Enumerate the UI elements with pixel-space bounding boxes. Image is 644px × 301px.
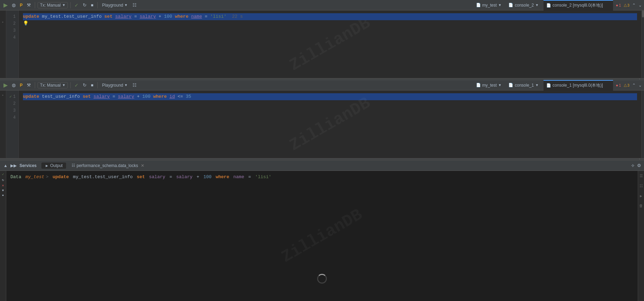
right-side-icons: ☰ ☷ ► 🗑	[638, 171, 644, 301]
code-editor-2[interactable]: ZillianDB update test_user_info set sala…	[19, 90, 641, 158]
toolbar-separator-5	[70, 82, 71, 88]
output-icon: ►	[45, 164, 49, 168]
bottom-content: ✓ ↻ ✕ ▼ ● ZillianDB Data my_test > updat…	[0, 171, 644, 301]
console-title-tab-2[interactable]: 📄 console_1 [mysql8.0(本地)]	[544, 80, 613, 90]
warn-count-2: △3	[624, 83, 629, 87]
console-selector-2[interactable]: 📄 console_1 ▼	[506, 82, 541, 88]
stop-button-1[interactable]: ■	[89, 2, 95, 8]
editor-area-2[interactable]: ▸ ✓ 1 2 3 4 ZillianDB update test_user_i…	[0, 90, 644, 158]
stop-button-2[interactable]: ■	[89, 82, 95, 88]
toolbar-separator-3	[97, 2, 98, 8]
left-gutter-icon-2: ▸	[2, 93, 4, 97]
side-icon-2[interactable]: ☷	[639, 183, 644, 189]
toolbar-2: ▶ ◍ P ⚒ Tx: Manual ▼ ✓ ↻ ■ Playground ▼ …	[0, 80, 644, 90]
rollback-button-1[interactable]: ↻	[81, 2, 88, 8]
settings-btn-bottom[interactable]: ⚙	[637, 163, 641, 168]
output-tab[interactable]: ► Output	[41, 163, 66, 169]
tx-dropdown-1[interactable]: Tx: Manual ▼	[38, 2, 68, 8]
services-label: Services	[19, 163, 37, 168]
toolbar-separator-6	[97, 82, 98, 88]
output-line-1: Data my_test > update my_test.test_user_…	[10, 174, 634, 181]
left-gutter-icon-1: ▸	[2, 20, 4, 24]
grid-view-btn-2[interactable]: ☷	[131, 82, 138, 88]
sidebar-refresh-icon: ↻	[2, 178, 4, 182]
run-button-2[interactable]: ▶	[2, 81, 9, 89]
line-numbers-2: ✓ 1 2 3 4	[6, 90, 19, 158]
code-line-1-1[interactable]: update my_test.test_user_info set salary…	[23, 13, 637, 20]
sidebar-db-icon: ●	[2, 194, 4, 197]
maximize-btn[interactable]: ✧	[631, 163, 635, 168]
side-icon-3[interactable]: ►	[638, 193, 644, 199]
run-button-1[interactable]: ▶	[2, 1, 9, 9]
code-line-1-2: 💡	[23, 20, 637, 27]
db-selector-2[interactable]: 📄 my_test ▼	[474, 82, 504, 88]
line-numbers-1: 1 2 3 4	[6, 10, 19, 78]
console-selector-1[interactable]: 📄 console_2 ▼	[506, 2, 541, 8]
editor-panel-2: ▶ ◍ P ⚒ Tx: Manual ▼ ✓ ↻ ■ Playground ▼ …	[0, 80, 644, 158]
toolbar-1: ▶ ◍ P ⚒ Tx: Manual ▼ ✓ ↻ ■ Playground ▼ …	[0, 0, 644, 10]
bottom-toolbar: ▲ ▶▶ Services ► Output ☷ performance_sch…	[0, 160, 644, 171]
history-button-2[interactable]: ◍	[10, 82, 17, 88]
commit-button-2[interactable]: ✓	[73, 82, 80, 89]
bottom-next-btn[interactable]: ▶▶	[10, 163, 17, 169]
collapse-btn-1[interactable]: ⌄	[638, 3, 642, 8]
sidebar-down-icon: ▼	[2, 189, 4, 192]
bottom-left-sidebar: ✓ ↻ ✕ ▼ ●	[0, 171, 6, 301]
bottom-panel: ▲ ▶▶ Services ► Output ☷ performance_sch…	[0, 160, 644, 301]
warn-count-1: △3	[624, 3, 629, 7]
toolbar-separator-4	[35, 82, 35, 88]
settings-button-1[interactable]: ⚒	[25, 2, 32, 8]
watermark-2: ZillianDB	[286, 94, 374, 155]
collapse-btn-2[interactable]: ⌄	[638, 83, 642, 88]
bulb-icon-1: 💡	[23, 20, 29, 27]
loading-spinner	[317, 274, 327, 284]
output-text-area: ZillianDB Data my_test > update my_test.…	[6, 171, 638, 301]
settings-button-2[interactable]: ⚒	[25, 82, 32, 88]
editor-panel-1: ▶ ◍ P ⚒ Tx: Manual ▼ ✓ ↻ ■ Playground ▼ …	[0, 0, 644, 78]
close-tab-btn[interactable]: ✕	[140, 163, 145, 168]
sidebar-check-icon: ✓	[2, 172, 4, 176]
side-icon-4[interactable]: 🗑	[638, 203, 644, 208]
history-button-1[interactable]: ◍	[10, 2, 17, 8]
grid-view-btn-1[interactable]: ☷	[131, 2, 138, 8]
expand-btn-2[interactable]: ⌃	[632, 83, 636, 88]
side-icon-1[interactable]: ☰	[639, 173, 644, 179]
tx-dropdown-2[interactable]: Tx: Manual ▼	[38, 82, 68, 88]
data-locks-tab[interactable]: ☷ performance_schema.data_locks ✕	[68, 163, 148, 169]
table-icon: ☷	[72, 163, 75, 168]
params-button-2[interactable]: P	[18, 82, 24, 88]
rollback-button-2[interactable]: ↻	[81, 82, 88, 88]
watermark-3: ZillianDB	[278, 205, 366, 267]
expand-btn-1[interactable]: ⌃	[632, 3, 636, 8]
toolbar-separator-2	[70, 2, 71, 8]
console-title-tab-1[interactable]: 📄 console_2 [mysql8.0(本地)]	[544, 0, 613, 10]
code-line-2-1[interactable]: update test_user_info set salary = salar…	[23, 93, 637, 100]
toolbar-separator-1	[35, 2, 35, 8]
params-button-1[interactable]: P	[18, 2, 24, 8]
code-editor-1[interactable]: ZillianDB update my_test.test_user_info …	[19, 10, 641, 78]
bottom-prev-btn[interactable]: ▲	[3, 163, 8, 169]
error-count-1: ●1	[616, 3, 621, 7]
playground-btn-1[interactable]: Playground ▼	[100, 2, 130, 8]
sidebar-close-icon: ✕	[2, 183, 4, 188]
editor-area-1[interactable]: ▸ 1 2 3 4 ZillianDB update my_test.test_…	[0, 10, 644, 78]
commit-button-1[interactable]: ✓	[73, 2, 80, 9]
db-selector-1[interactable]: 📄 my_test ▼	[474, 2, 504, 8]
error-count-2: ●1	[616, 83, 621, 87]
playground-btn-2[interactable]: Playground ▼	[100, 82, 130, 88]
